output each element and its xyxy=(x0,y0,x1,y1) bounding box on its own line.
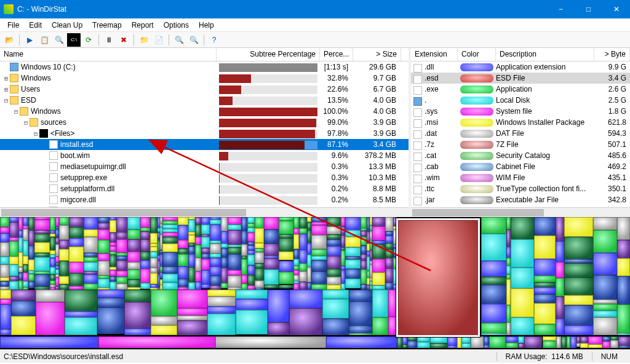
treemap-block[interactable] xyxy=(34,234,50,242)
treemap-block[interactable] xyxy=(236,299,268,310)
treemap-block[interactable] xyxy=(0,233,9,242)
treemap-block[interactable] xyxy=(534,275,556,282)
treemap-block[interactable] xyxy=(471,336,484,348)
treemap-block[interactable] xyxy=(9,222,18,237)
ext-row[interactable]: .Local Disk2.5 G xyxy=(411,95,630,106)
treemap-block[interactable] xyxy=(59,217,69,225)
treemap-block[interactable] xyxy=(588,336,603,344)
treemap-block[interactable] xyxy=(28,245,34,259)
treemap-block[interactable] xyxy=(23,264,28,273)
treemap-block[interactable] xyxy=(65,311,97,317)
treemap-block[interactable] xyxy=(518,343,524,348)
treemap-block[interactable] xyxy=(28,259,34,271)
treemap-block[interactable] xyxy=(110,270,116,276)
treemap-block[interactable] xyxy=(151,290,177,316)
treemap-block[interactable] xyxy=(506,322,511,335)
treemap-block[interactable] xyxy=(299,263,307,271)
tree-row[interactable]: ⊟Windows100.0%4.0 GB xyxy=(0,106,409,117)
treemap-block[interactable] xyxy=(177,315,208,321)
treemap-block[interactable] xyxy=(210,275,221,285)
col-bytes[interactable]: > Byte xyxy=(594,48,630,61)
treemap-block[interactable] xyxy=(489,336,506,348)
treemap-block[interactable] xyxy=(534,235,556,259)
treemap-block[interactable] xyxy=(556,336,561,348)
treemap-block[interactable] xyxy=(9,276,18,281)
treemap-block[interactable] xyxy=(617,276,630,304)
treemap-block[interactable] xyxy=(84,237,98,253)
treemap-block[interactable] xyxy=(97,290,124,298)
tree-row[interactable]: migcore.dll0.2%8.5 MB xyxy=(0,194,409,205)
treemap-block[interactable] xyxy=(279,221,293,234)
treemap-block[interactable] xyxy=(228,230,241,245)
treemap-block[interactable] xyxy=(178,266,189,279)
treemap-block[interactable] xyxy=(116,256,127,260)
treemap-block[interactable] xyxy=(98,217,109,223)
col-name[interactable]: Name xyxy=(0,48,217,61)
treemap-block[interactable] xyxy=(201,270,210,284)
treemap-block[interactable] xyxy=(593,304,618,311)
treemap-block[interactable] xyxy=(210,243,221,253)
treemap-block[interactable] xyxy=(18,237,23,252)
treemap-block[interactable] xyxy=(150,217,158,233)
treemap-block[interactable] xyxy=(150,267,158,273)
treemap-block[interactable] xyxy=(84,262,98,272)
expand-icon[interactable]: ⊟ xyxy=(12,108,20,115)
treemap-block[interactable] xyxy=(327,246,341,256)
ext-row[interactable]: .esdESD File3.4 G xyxy=(411,73,630,84)
treemap-block[interactable] xyxy=(372,259,385,272)
treemap-block[interactable] xyxy=(564,259,593,263)
treemap-block[interactable] xyxy=(345,230,361,237)
treemap-block[interactable] xyxy=(201,259,210,270)
treemap-block[interactable] xyxy=(311,284,326,290)
treemap-block[interactable] xyxy=(241,283,247,290)
treemap-block[interactable] xyxy=(341,266,346,270)
treemap-block[interactable] xyxy=(221,231,228,243)
treemap-block[interactable] xyxy=(69,227,84,238)
expand-icon[interactable]: ⊟ xyxy=(2,97,10,104)
treemap-block[interactable] xyxy=(59,249,69,261)
treemap-block[interactable] xyxy=(556,278,564,296)
treemap-block[interactable] xyxy=(293,266,298,270)
ext-row[interactable]: .msiWindows Installer Package621.8 xyxy=(411,117,630,128)
zoom-out-button[interactable]: 🔍 xyxy=(187,33,201,47)
treemap-block[interactable] xyxy=(299,234,307,249)
treemap-block[interactable] xyxy=(388,290,397,317)
treemap-block[interactable] xyxy=(241,259,247,275)
treemap-block[interactable] xyxy=(215,336,326,348)
treemap-block[interactable] xyxy=(210,253,221,258)
treemap-block[interactable] xyxy=(127,251,140,262)
treemap-block[interactable] xyxy=(127,262,140,269)
treemap-block[interactable] xyxy=(481,304,506,323)
treemap-block[interactable] xyxy=(11,290,35,301)
treemap-block[interactable] xyxy=(59,276,69,284)
tree-rows[interactable]: Windows 10 (C:)[1:13 s]29.6 GB⊞Windows32… xyxy=(0,61,409,207)
menu-report[interactable]: Report xyxy=(127,20,159,31)
maximize-button[interactable]: □ xyxy=(575,0,602,18)
treemap-block[interactable] xyxy=(255,217,264,228)
treemap-block[interactable] xyxy=(602,336,610,341)
treemap-block[interactable] xyxy=(299,217,307,228)
treemap-block[interactable] xyxy=(385,258,393,268)
treemap-block[interactable] xyxy=(201,224,210,234)
treemap-block[interactable] xyxy=(162,266,178,274)
treemap-block[interactable] xyxy=(207,314,236,335)
treemap-block[interactable] xyxy=(9,256,18,264)
treemap-block[interactable] xyxy=(279,251,293,260)
treemap-block[interactable] xyxy=(341,250,346,266)
play-button[interactable]: ▶ xyxy=(23,33,36,47)
treemap-block[interactable] xyxy=(28,230,34,245)
treemap-block[interactable] xyxy=(481,333,506,335)
treemap-block[interactable] xyxy=(201,248,210,253)
treemap-block[interactable] xyxy=(201,284,210,288)
treemap-block[interactable] xyxy=(150,251,158,258)
ext-row[interactable]: .catSecurity Catalog485.6 xyxy=(411,150,630,161)
treemap-block[interactable] xyxy=(116,217,127,232)
treemap-block[interactable] xyxy=(481,234,506,261)
treemap-block[interactable] xyxy=(518,336,524,343)
treemap-block[interactable] xyxy=(417,342,429,348)
treemap-block[interactable] xyxy=(98,223,109,229)
treemap-block[interactable] xyxy=(506,229,511,247)
treemap-block[interactable] xyxy=(50,267,55,274)
treemap-block[interactable] xyxy=(461,343,471,348)
treemap-block[interactable] xyxy=(311,256,326,260)
